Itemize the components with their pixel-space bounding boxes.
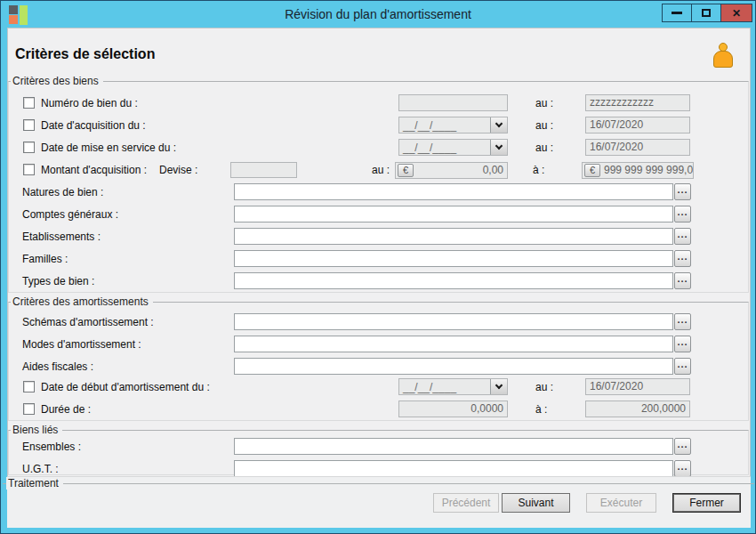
user-icon xyxy=(712,43,734,69)
devise-field xyxy=(230,162,297,178)
duree-from-field: 0,0000 xyxy=(398,400,508,417)
page-title: Critères de sélection xyxy=(15,46,155,62)
au-label: au : xyxy=(535,381,553,393)
ugt-label: U.G.T. : xyxy=(22,463,59,475)
ellipsis-icon: ... xyxy=(677,359,688,369)
ellipsis-icon: ... xyxy=(677,439,688,449)
date-debut-to-field: 16/07/2020 xyxy=(585,378,690,395)
familles-input[interactable] xyxy=(234,250,673,267)
ellipsis-icon: ... xyxy=(677,229,688,239)
dropdown-button[interactable] xyxy=(490,379,507,394)
date-mise-service-checkbox[interactable] xyxy=(23,142,35,153)
minimize-button[interactable] xyxy=(662,4,692,22)
numero-bien-from-field xyxy=(398,94,508,111)
close-icon: ✕ xyxy=(732,8,741,19)
executer-button: Exécuter xyxy=(586,493,656,513)
natures-label: Natures de bien : xyxy=(22,186,103,198)
date-acquisition-label: Date d'acquisition du : xyxy=(41,119,146,132)
window-title: Révision du plan d'amortissement xyxy=(1,7,755,21)
chevron-down-icon xyxy=(495,382,503,389)
dropdown-button[interactable] xyxy=(490,117,507,133)
familles-label: Familles : xyxy=(22,253,68,265)
dialog-window: Révision du plan d'amortissement ✕ Critè… xyxy=(0,0,756,534)
duree-checkbox[interactable] xyxy=(23,403,35,415)
schemas-label: Schémas d'amortissement : xyxy=(22,316,154,328)
au-label: au : xyxy=(535,97,553,109)
duree-label: Durée de : xyxy=(41,403,91,416)
ensembles-input[interactable] xyxy=(234,438,673,455)
title-bar[interactable]: Révision du plan d'amortissement ✕ xyxy=(1,1,755,28)
ellipsis-icon: ... xyxy=(677,314,688,325)
au-label: au : xyxy=(535,142,553,154)
ugt-browse-button[interactable]: ... xyxy=(674,460,691,477)
schemas-browse-button[interactable]: ... xyxy=(674,313,691,330)
minimize-icon xyxy=(672,12,682,14)
modes-label: Modes d'amortissement : xyxy=(22,338,141,351)
group-legend: Traitement xyxy=(6,477,63,490)
ellipsis-icon: ... xyxy=(677,336,688,347)
date-mise-service-to-field: 16/07/2020 xyxy=(585,139,690,156)
montant-to-field: € 999 999 999 999,00 xyxy=(582,162,694,179)
precedent-button: Précédent xyxy=(433,493,499,513)
comptes-browse-button[interactable]: ... xyxy=(674,206,691,222)
modes-input[interactable] xyxy=(234,336,673,352)
date-debut-checkbox[interactable] xyxy=(23,381,35,392)
ugt-input[interactable] xyxy=(234,460,673,477)
types-input[interactable] xyxy=(234,272,673,289)
familles-browse-button[interactable]: ... xyxy=(674,250,691,267)
montant-acquisition-label: Montant d'acquisition : xyxy=(41,164,147,176)
etablissements-browse-button[interactable]: ... xyxy=(674,228,691,245)
etablissements-input[interactable] xyxy=(234,228,673,245)
duree-to-field: 200,0000 xyxy=(585,400,690,417)
etablissements-label: Etablissements : xyxy=(22,231,101,243)
dropdown-button[interactable] xyxy=(490,140,507,155)
group-legend: Critères des biens xyxy=(11,75,103,87)
montant-from-field: € 0,00 xyxy=(395,162,508,179)
chevron-down-icon xyxy=(495,120,503,127)
group-legend: Critères des amortissements xyxy=(11,295,153,308)
numero-bien-label: Numéro de bien du : xyxy=(41,97,138,109)
date-debut-label: Date de début d'amortissement du : xyxy=(41,381,210,393)
ellipsis-icon: ... xyxy=(677,251,688,262)
ellipsis-icon: ... xyxy=(677,206,688,217)
ellipsis-icon: ... xyxy=(677,273,688,284)
numero-bien-to-field: zzzzzzzzzzzz xyxy=(585,94,690,111)
aides-browse-button[interactable]: ... xyxy=(674,358,691,375)
schemas-input[interactable] xyxy=(234,313,673,330)
modes-browse-button[interactable]: ... xyxy=(674,336,691,352)
types-label: Types de bien : xyxy=(22,275,94,287)
ellipsis-icon: ... xyxy=(677,184,688,195)
date-acquisition-to-field: 16/07/2020 xyxy=(585,117,690,134)
fermer-button[interactable]: Fermer xyxy=(672,493,741,513)
ensembles-browse-button[interactable]: ... xyxy=(674,438,691,455)
types-browse-button[interactable]: ... xyxy=(674,272,691,289)
date-mise-service-label: Date de mise en service du : xyxy=(41,142,176,154)
date-acquisition-from-combo: __/__/____ xyxy=(398,117,508,134)
natures-browse-button[interactable]: ... xyxy=(674,183,691,200)
date-debut-from-combo: __/__/____ xyxy=(398,378,508,395)
maximize-icon xyxy=(702,9,711,17)
close-button[interactable]: ✕ xyxy=(720,4,752,22)
euro-icon: € xyxy=(584,164,600,177)
date-mise-service-from-combo: __/__/____ xyxy=(398,139,508,156)
natures-input[interactable] xyxy=(234,183,673,200)
aides-label: Aides fiscales : xyxy=(22,360,93,373)
a-label: à : xyxy=(535,403,547,416)
group-legend: Biens liés xyxy=(11,424,62,436)
comptes-input[interactable] xyxy=(234,206,673,222)
aides-input[interactable] xyxy=(234,358,673,375)
au-label: au : xyxy=(535,119,553,132)
numero-bien-checkbox[interactable] xyxy=(23,97,35,109)
montant-acquisition-checkbox[interactable] xyxy=(23,164,35,175)
maximize-button[interactable] xyxy=(691,4,721,22)
ensembles-label: Ensembles : xyxy=(22,441,81,453)
ellipsis-icon: ... xyxy=(677,461,688,472)
suivant-button[interactable]: Suivant xyxy=(502,493,570,513)
date-acquisition-checkbox[interactable] xyxy=(23,119,35,131)
a-label: à : xyxy=(533,164,544,176)
au-label: au : xyxy=(372,164,390,176)
euro-icon: € xyxy=(398,164,414,177)
devise-label: Devise : xyxy=(159,164,197,176)
comptes-label: Comptes généraux : xyxy=(22,208,118,221)
chevron-down-icon xyxy=(495,142,503,150)
